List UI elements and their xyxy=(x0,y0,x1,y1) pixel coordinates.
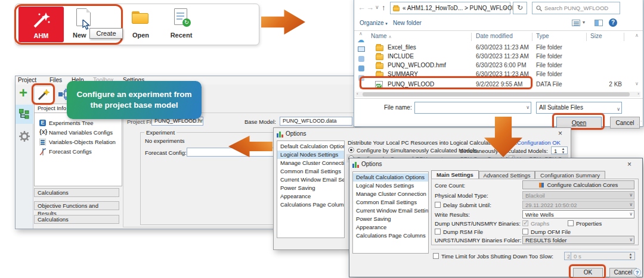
file-type-select[interactable]: All Suitable Files ∨ xyxy=(536,102,622,114)
open-button[interactable]: Open xyxy=(123,7,159,42)
list-scroll-up-icon[interactable]: ∧ xyxy=(635,33,639,38)
dump-ofm-checkbox[interactable] xyxy=(522,229,528,235)
list-scroll-down-icon[interactable]: ∨ xyxy=(635,81,639,86)
menu-project[interactable]: Project xyxy=(18,77,36,83)
nav-logical-nodes-settings[interactable]: Logical Nodes Settings xyxy=(353,182,428,190)
view-list-icon[interactable] xyxy=(572,20,580,26)
cancel-file-button[interactable]: Cancel xyxy=(610,117,640,129)
nav-current-window-email-settings[interactable]: Current Window Email Settings xyxy=(353,207,428,215)
screenshot-canvas: AHM New Create Open ↻ Recent Pro xyxy=(0,0,644,278)
help-icon[interactable]: ? xyxy=(609,18,617,27)
add-project-icon[interactable]: + xyxy=(19,85,27,101)
scroll-left-icon[interactable]: ‹ xyxy=(357,91,358,96)
nav-common-email-settings[interactable]: Common Email Settings xyxy=(353,198,428,207)
time-limit-checkbox[interactable] xyxy=(433,253,439,259)
onedrive-cloud-icon[interactable]: ☁ xyxy=(357,36,364,44)
up-icon[interactable]: ↑ xyxy=(382,3,386,12)
menu-files[interactable]: Files xyxy=(49,77,62,83)
delay-submit-select[interactable]: 29.11.2022 10:50:02 ∨ xyxy=(522,201,634,209)
help-circle-icon[interactable]: ? xyxy=(633,268,641,276)
nav-scroll-down-icon[interactable]: ∨ xyxy=(359,85,363,90)
write-results-select[interactable]: Write Wells ∨ xyxy=(522,210,634,218)
tab-settings-gear[interactable] xyxy=(16,127,33,145)
tab-configuration-summary[interactable]: Configuration Summary xyxy=(535,171,605,179)
ahm-button[interactable]: AHM xyxy=(18,7,64,42)
delay-submit-checkbox[interactable] xyxy=(435,202,441,208)
properties-checkbox[interactable] xyxy=(568,220,574,226)
section-calculations[interactable]: Calculations xyxy=(34,188,119,197)
refresh-button[interactable]: ↻ xyxy=(513,2,527,14)
section-objective-functions[interactable]: Objective Functions and Results xyxy=(34,201,119,210)
spinner-arrows-icon[interactable]: ▲▼ xyxy=(627,252,634,260)
file-row[interactable]: INCLUDE 6/30/2023 11:23 AM File folder xyxy=(369,52,631,61)
sidebar-item-variables-objects[interactable]: Variables-Objects Relation xyxy=(39,138,120,146)
nav-calculations-page-columns[interactable]: Calculations Page Columns xyxy=(277,201,344,209)
close-icon[interactable]: × xyxy=(627,160,631,168)
back-icon[interactable]: ← xyxy=(358,3,366,12)
forward-icon[interactable]: → xyxy=(366,3,374,12)
sidebar-item-experiments-tree[interactable]: E Experiments Tree xyxy=(39,119,120,127)
tab-main-settings[interactable]: Main Settings xyxy=(431,170,479,179)
file-name-caret-icon[interactable]: ∨ xyxy=(526,105,530,110)
column-size[interactable]: Size xyxy=(590,33,602,39)
nav-power-saving[interactable]: Power Saving xyxy=(277,184,344,192)
address-chevron-icon[interactable]: ∨ xyxy=(503,5,507,11)
view-caret-icon[interactable]: ▾ xyxy=(583,20,585,25)
file-row[interactable]: SUMMARY 6/30/2023 11:23 AM File folder xyxy=(369,70,631,79)
device-icon-2[interactable] xyxy=(358,65,364,71)
recent-button[interactable]: ↻ Recent xyxy=(162,7,200,42)
preview-pane-icon[interactable] xyxy=(595,20,603,26)
close-icon[interactable]: × xyxy=(558,129,562,138)
resize-grip[interactable]: ⋰ xyxy=(637,120,642,126)
scroll-right-icon[interactable]: › xyxy=(637,91,639,96)
column-name[interactable]: Name ∧ xyxy=(371,33,392,39)
file-name-input[interactable]: ∨ xyxy=(414,102,531,114)
ahm-wizard-toolbar-button[interactable] xyxy=(34,86,54,104)
this-pc-icon[interactable] xyxy=(358,46,365,52)
configure-cores-button[interactable]: Configure Calculation Cores xyxy=(522,180,634,189)
column-date-modified[interactable]: Date modified xyxy=(476,33,513,39)
search-box[interactable]: Search PUNQ_WFLOOD xyxy=(532,2,620,14)
time-limit-sec-spinner[interactable]: 0 s ▲▼ xyxy=(571,252,635,260)
column-type[interactable]: Type xyxy=(536,33,549,39)
file-row-selected[interactable]: PUNQ_WFLOOD 9/2/2022 9:55 AM DATA File 2… xyxy=(369,80,631,89)
binaries-folder-select[interactable]: RESULTS folder ∨ xyxy=(522,236,634,244)
ok-button[interactable]: OK xyxy=(573,268,603,277)
nav-power-saving[interactable]: Power Saving xyxy=(353,215,428,223)
nav-manage-cluster-connection[interactable]: Manage Cluster Connection xyxy=(277,159,344,167)
nav-default-calculation-options[interactable]: Default Calculation Options xyxy=(353,173,428,182)
device-icon-3[interactable] xyxy=(358,75,364,81)
side-tab-strip xyxy=(16,104,33,229)
organize-menu[interactable]: Organize ▾ xyxy=(360,20,388,26)
nav-logical-nodes-settings[interactable]: Logical Nodes Settings xyxy=(277,151,344,159)
device-icon-1[interactable] xyxy=(358,56,364,62)
history-chevron-icon[interactable]: ∨ xyxy=(375,4,379,10)
nav-appearance[interactable]: Appearance xyxy=(353,223,428,232)
nav-calculations-page-columns[interactable]: Calculations Page Columns xyxy=(353,232,428,240)
dump-rsm-checkbox[interactable] xyxy=(435,229,441,235)
nav-current-window-email-settings[interactable]: Current Window Email Settings xyxy=(277,176,344,184)
file-row[interactable]: PUNQ_WFLOOD.hmf 6/30/2023 6:00 PM File f… xyxy=(369,61,631,70)
physical-model-select[interactable]: Blackoil ∨ xyxy=(522,191,634,199)
file-row[interactable]: Excel_files 6/30/2023 11:23 AM File fold… xyxy=(369,43,631,52)
sidebar-item-named-variables[interactable]: {x} Named Variables Configs xyxy=(39,129,120,137)
horizontal-scrollbar[interactable]: ‹ › xyxy=(355,92,640,97)
tab-advanced-settings[interactable]: Advanced Settings xyxy=(479,171,535,179)
sidebar-item-forecast-configs[interactable]: Forecast Configs xyxy=(39,148,120,156)
scrollbar-thumb[interactable] xyxy=(363,92,630,96)
nav-manage-cluster-connection[interactable]: Manage Cluster Connection xyxy=(353,190,428,198)
configuration-ok-link[interactable]: Configuration OK xyxy=(517,139,561,146)
section-calculations-2[interactable]: Calculations xyxy=(34,215,119,224)
radio-simultaneous-models[interactable] xyxy=(348,147,354,153)
sim-models-spinner[interactable]: 1 ▲▼ xyxy=(551,146,568,154)
graphs-checkbox[interactable] xyxy=(522,220,528,226)
spinner-arrows-icon[interactable]: ▲▼ xyxy=(560,147,566,154)
nav-default-calculation-options[interactable]: Default Calculation Options xyxy=(277,142,344,151)
base-model-field[interactable]: PUNQ_WFLOOD.data xyxy=(280,117,352,126)
nav-appearance[interactable]: Appearance xyxy=(277,192,344,201)
new-folder-button[interactable]: New folder xyxy=(393,20,422,26)
open-file-button[interactable]: Open xyxy=(556,117,602,129)
address-bar[interactable]: « AHM1.12_HowToD... > PUNQ_WFLOOD ∨ xyxy=(390,2,510,14)
tab-project-tree[interactable] xyxy=(16,105,33,124)
nav-common-email-settings[interactable]: Common Email Settings xyxy=(277,167,344,176)
